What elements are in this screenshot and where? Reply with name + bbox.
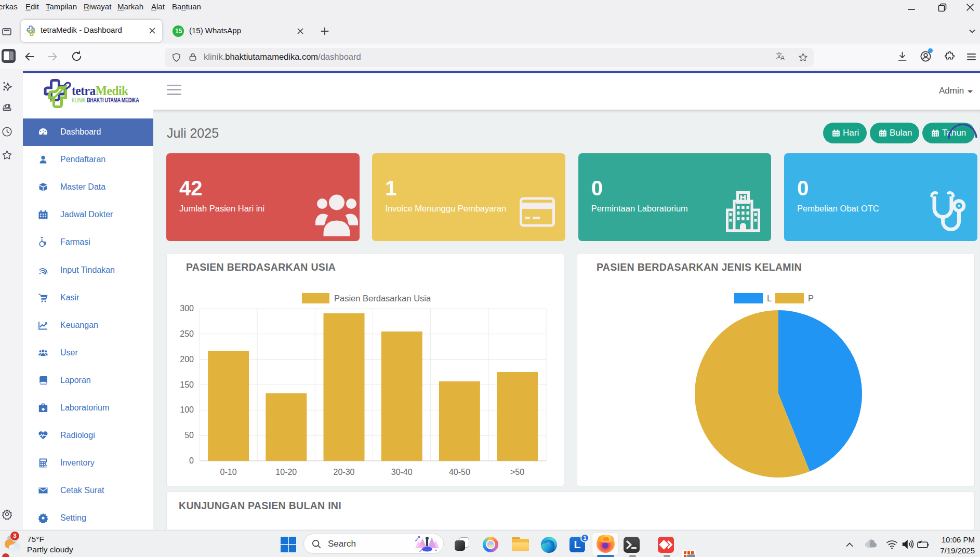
svg-text:Pasien Berdasarkan Usia: Pasien Berdasarkan Usia (334, 294, 431, 303)
svg-text:P: P (808, 294, 814, 303)
svg-text:0-10: 0-10 (220, 468, 237, 476)
svg-text:100: 100 (180, 405, 194, 414)
svg-text:30-40: 30-40 (391, 468, 413, 476)
svg-text:L: L (767, 294, 772, 303)
svg-text:150: 150 (180, 380, 194, 389)
svg-text:40-50: 40-50 (449, 468, 470, 476)
svg-text:20-30: 20-30 (334, 468, 355, 476)
svg-text:250: 250 (180, 329, 194, 338)
svg-text:300: 300 (180, 304, 194, 313)
svg-text:200: 200 (180, 355, 194, 364)
svg-text:>50: >50 (510, 468, 524, 476)
svg-text:10-20: 10-20 (275, 468, 297, 476)
svg-text:0: 0 (189, 456, 194, 465)
svg-text:50: 50 (184, 431, 194, 440)
